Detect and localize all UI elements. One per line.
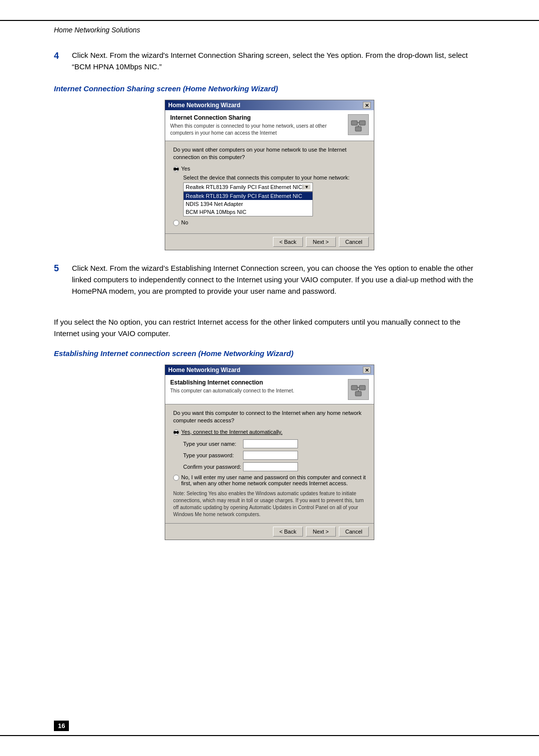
wizard1-body: Do you want other computers on your home… <box>165 141 374 233</box>
wizard1-close-button[interactable]: ✕ <box>363 102 371 109</box>
wizard2-icon <box>348 379 369 400</box>
wizard2-radio-yes[interactable]: Yes, connect to the Internet automatical… <box>173 429 366 435</box>
paragraph2: If you select the No option, you can res… <box>54 316 485 340</box>
wizard1-back-button[interactable]: < Back <box>273 237 303 247</box>
wizard2-note: Note: Selecting Yes also enables the Win… <box>173 490 366 518</box>
wizard1-header-desc: When this computer is connected to your … <box>170 123 344 137</box>
wizard1-dropdown[interactable]: Realtek RTL8139 Family PCI Fast Ethernet… <box>183 183 313 191</box>
wizard1-no-label: No <box>181 219 188 225</box>
username-row: Type your user name: <box>183 439 366 448</box>
dropdown-item-2[interactable]: BCM HPNA 10Mbps NIC <box>184 208 312 216</box>
wizard1-sub-section: Select the device that connects this com… <box>183 175 366 216</box>
wizard1-titlebar: Home Networking Wizard ✕ <box>165 100 374 110</box>
wizard2-radio-no[interactable]: No, I will enter my user name and passwo… <box>173 474 366 486</box>
wizard2-window: Home Networking Wizard ✕ Establishing In… <box>165 365 374 540</box>
wizard1-icon <box>348 114 369 135</box>
dropdown-arrow-icon: ▼ <box>302 185 310 189</box>
step5-text: Click Next. From the wizard’s Establishi… <box>72 262 485 297</box>
wizard2-form: Type your user name: Type your password:… <box>183 439 366 471</box>
wizard1-dropdown-value: Realtek RTL8139 Family PCI Fast Ethernet… <box>186 184 302 190</box>
svg-rect-5 <box>351 385 357 390</box>
page-number: 16 <box>54 721 69 731</box>
svg-rect-8 <box>355 391 361 396</box>
wizard2-close-button[interactable]: ✕ <box>363 367 371 374</box>
wizard2-back-button[interactable]: < Back <box>273 527 303 537</box>
wizard1-question: Do you want other computers on your home… <box>173 146 366 162</box>
dropdown-item-1[interactable]: NDIS 1394 Net Adapter <box>184 200 312 208</box>
wizard2-titlebar: Home Networking Wizard ✕ <box>165 365 374 375</box>
wizard2-radio-yes-dot <box>173 429 179 435</box>
wizard2-radio-no-dot <box>173 475 179 481</box>
wizard1-header-text: Internet Connection Sharing When this co… <box>170 114 344 137</box>
content-area: 4 Click Next. From the wizard's Internet… <box>54 50 485 552</box>
username-label: Type your user name: <box>183 441 243 447</box>
wizard2-header-text: Establishing Internet connection This co… <box>170 379 294 394</box>
wizard2-title: Home Networking Wizard <box>168 367 241 374</box>
network-icon <box>350 117 366 133</box>
step5-block: 5 Click Next. From the wizard’s Establis… <box>54 262 485 304</box>
top-rule <box>0 20 539 21</box>
svg-rect-3 <box>355 127 361 131</box>
wizard2-no-label: No, I will enter my user name and passwo… <box>181 474 366 486</box>
step4-number: 4 <box>54 51 72 61</box>
wizard1-dropdown-list: Realtek RTL8139 Family PCI Fast Ethernet… <box>183 191 313 216</box>
svg-rect-6 <box>359 385 365 390</box>
wizard2-next-button[interactable]: Next > <box>306 527 336 537</box>
step4-block: 4 Click Next. From the wizard's Internet… <box>54 50 485 72</box>
username-input[interactable] <box>243 439 298 448</box>
wizard1-radio-no[interactable]: No <box>173 219 366 226</box>
section2-title: Establishing Internet connection screen … <box>54 349 485 358</box>
confirm-input[interactable] <box>243 462 298 471</box>
network-icon2 <box>350 381 366 397</box>
wizard2-footer: < Back Next > Cancel <box>165 523 374 540</box>
confirm-label: Confirm your password: <box>183 464 243 470</box>
wizard2-body: Do you want this computer to connect to … <box>165 404 374 523</box>
confirm-row: Confirm your password: <box>183 462 366 471</box>
wizard2-yes-label: Yes, connect to the Internet automatical… <box>181 429 282 435</box>
password-input[interactable] <box>243 451 298 460</box>
wizard1-header-title: Internet Connection Sharing <box>170 114 344 121</box>
wizard2-header-desc: This computer can automatically connect … <box>170 387 294 394</box>
wizard2-question: Do you want this computer to connect to … <box>173 409 366 425</box>
dropdown-item-0[interactable]: Realtek RTL8139 Family PCI Fast Ethernet… <box>184 192 312 200</box>
wizard1-cancel-button[interactable]: Cancel <box>339 237 369 247</box>
wizard1-header: Internet Connection Sharing When this co… <box>165 110 374 141</box>
step5-number: 5 <box>54 263 72 274</box>
wizard1-footer: < Back Next > Cancel <box>165 233 374 250</box>
bottom-rule <box>0 735 539 736</box>
wizard1-sub-label: Select the device that connects this com… <box>183 175 366 181</box>
wizard2-header: Establishing Internet connection This co… <box>165 375 374 404</box>
wizard1-yes-label: Yes <box>181 166 190 172</box>
section1-title: Internet Connection Sharing screen (Home… <box>54 84 485 93</box>
wizard1-title: Home Networking Wizard <box>168 102 241 109</box>
wizard1-radio-yes-dot <box>173 166 179 172</box>
wizard1-radio-no-dot <box>173 220 179 226</box>
wizard2-cancel-button[interactable]: Cancel <box>339 527 369 537</box>
svg-rect-1 <box>359 121 365 125</box>
svg-rect-0 <box>351 121 357 125</box>
wizard1-window: Home Networking Wizard ✕ Internet Connec… <box>165 100 374 250</box>
header-title: Home Networking Solutions <box>54 26 140 34</box>
step4-text: Click Next. From the wizard's Internet C… <box>72 50 485 72</box>
password-row: Type your password: <box>183 451 366 460</box>
wizard1-next-button[interactable]: Next > <box>306 237 336 247</box>
wizard2-header-title: Establishing Internet connection <box>170 379 294 386</box>
password-label: Type your password: <box>183 452 243 458</box>
page-container: Home Networking Solutions 16 4 Click Nex… <box>0 0 539 756</box>
wizard1-radio-yes[interactable]: Yes <box>173 166 366 172</box>
